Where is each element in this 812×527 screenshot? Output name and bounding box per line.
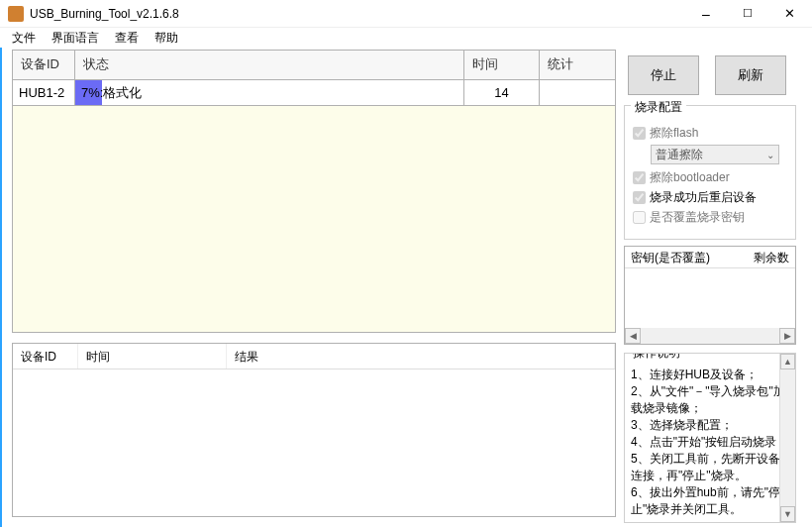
instruction-line: 5、关闭工具前，先断开设备连接，再"停止"烧录。 bbox=[631, 451, 789, 484]
instructions-panel: 操作说明 1、连接好HUB及设备；2、从"文件"－"导入烧录包"加载烧录镜像；3… bbox=[624, 353, 796, 523]
results-header-row: 设备ID 时间 结果 bbox=[13, 344, 615, 369]
key-panel-scrollbar[interactable]: ◀ ▶ bbox=[625, 328, 795, 344]
checkbox-overwrite-key bbox=[633, 211, 646, 224]
title-bar: USB_Burning_Tool_v2.1.6.8 bbox=[0, 0, 812, 28]
menu-view[interactable]: 查看 bbox=[107, 28, 147, 49]
progress-text: 7%:格式化 bbox=[75, 81, 148, 105]
scroll-left-icon[interactable]: ◀ bbox=[625, 328, 641, 344]
key-panel: 密钥(是否覆盖) 剩余数 ◀ ▶ bbox=[624, 246, 796, 345]
results-table: 设备ID 时间 结果 bbox=[12, 343, 616, 517]
stop-button[interactable]: 停止 bbox=[628, 55, 699, 95]
maximize-button[interactable] bbox=[727, 0, 768, 28]
chevron-down-icon: ⌄ bbox=[766, 150, 774, 160]
erase-mode-value: 普通擦除 bbox=[656, 147, 703, 163]
window-controls bbox=[685, 0, 810, 28]
header-time[interactable]: 时间 bbox=[464, 51, 540, 79]
close-button[interactable] bbox=[768, 0, 810, 28]
table-header-row: 设备ID 状态 时间 统计 bbox=[13, 51, 615, 80]
instruction-line: 2、从"文件"－"导入烧录包"加载烧录镜像； bbox=[631, 383, 789, 417]
burn-config-panel: 烧录配置 擦除flash 普通擦除 ⌄ 擦除bootloader 烧录成功后重启… bbox=[624, 105, 796, 240]
menu-language[interactable]: 界面语言 bbox=[44, 28, 107, 49]
burn-config-title: 烧录配置 bbox=[631, 99, 686, 116]
instruction-line: 1、连接好HUB及设备； bbox=[631, 367, 789, 383]
cell-statistics bbox=[540, 80, 615, 105]
minimize-button[interactable] bbox=[685, 0, 727, 28]
instruction-line: 6、拔出外置hub前，请先"停止"烧录并关闭工具。 bbox=[631, 484, 789, 518]
cell-status-progress: 7%:格式化 bbox=[75, 80, 464, 105]
header-status[interactable]: 状态 bbox=[75, 51, 464, 79]
app-icon bbox=[8, 6, 24, 22]
menu-help[interactable]: 帮助 bbox=[147, 28, 186, 49]
label-erase-flash: 擦除flash bbox=[650, 125, 698, 142]
cfg-overwrite-key: 是否覆盖烧录密钥 bbox=[633, 209, 787, 226]
menu-file[interactable]: 文件 bbox=[4, 28, 44, 49]
cell-time: 14 bbox=[464, 80, 540, 105]
instruction-line: 3、选择烧录配置； bbox=[631, 417, 789, 434]
label-reboot-after: 烧录成功后重启设备 bbox=[650, 189, 757, 206]
cfg-reboot-after: 烧录成功后重启设备 bbox=[633, 189, 787, 206]
header-device-id[interactable]: 设备ID bbox=[13, 51, 75, 79]
cell-device-id: HUB1-2 bbox=[13, 80, 75, 105]
instructions-body: 1、连接好HUB及设备；2、从"文件"－"导入烧录包"加载烧录镜像；3、选择烧录… bbox=[631, 367, 789, 518]
label-erase-bootloader: 擦除bootloader bbox=[650, 169, 730, 186]
device-status-table: 设备ID 状态 时间 统计 HUB1-2 7%:格式化 14 bbox=[12, 50, 616, 333]
table-row[interactable]: HUB1-2 7%:格式化 14 bbox=[13, 80, 615, 106]
scroll-up-icon[interactable]: ▲ bbox=[780, 354, 795, 369]
erase-mode-select: 普通擦除 ⌄ bbox=[651, 145, 779, 164]
scroll-track[interactable] bbox=[641, 328, 779, 344]
scroll-right-icon[interactable]: ▶ bbox=[779, 328, 795, 344]
refresh-button[interactable]: 刷新 bbox=[715, 55, 786, 95]
instructions-title: 操作说明 bbox=[629, 353, 684, 362]
key-col-overwrite[interactable]: 密钥(是否覆盖) bbox=[625, 247, 748, 267]
results-header-result[interactable]: 结果 bbox=[227, 344, 615, 369]
instructions-scrollbar[interactable]: ▲ ▼ bbox=[779, 354, 795, 522]
key-col-remaining[interactable]: 剩余数 bbox=[748, 247, 795, 267]
scroll-down-icon[interactable]: ▼ bbox=[780, 506, 795, 522]
header-statistics[interactable]: 统计 bbox=[540, 51, 615, 79]
checkbox-erase-bootloader bbox=[633, 171, 646, 184]
menu-bar: 文件 界面语言 查看 帮助 bbox=[0, 28, 812, 48]
label-overwrite-key: 是否覆盖烧录密钥 bbox=[650, 209, 745, 226]
edge-highlight bbox=[0, 48, 2, 527]
table-empty-area bbox=[13, 106, 615, 332]
cfg-erase-bootloader: 擦除bootloader bbox=[633, 169, 787, 186]
results-header-time[interactable]: 时间 bbox=[78, 344, 227, 369]
checkbox-reboot-after bbox=[633, 191, 646, 204]
results-header-device-id[interactable]: 设备ID bbox=[13, 344, 78, 369]
key-panel-header: 密钥(是否覆盖) 剩余数 bbox=[625, 247, 795, 268]
checkbox-erase-flash bbox=[633, 127, 646, 140]
instruction-line: 4、点击"开始"按钮启动烧录； bbox=[631, 434, 789, 451]
cfg-erase-flash: 擦除flash bbox=[633, 125, 787, 142]
window-title: USB_Burning_Tool_v2.1.6.8 bbox=[30, 7, 685, 21]
